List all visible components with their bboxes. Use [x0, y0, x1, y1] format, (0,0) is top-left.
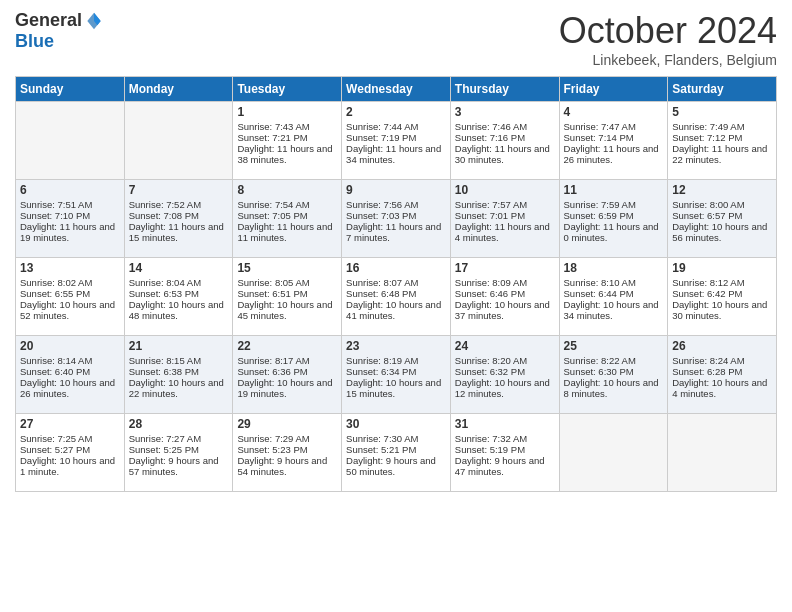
- sunrise: Sunrise: 8:15 AM: [129, 355, 201, 366]
- sunset: Sunset: 7:21 PM: [237, 132, 307, 143]
- page: General Blue October 2024 Linkebeek, Fla…: [0, 0, 792, 502]
- calendar-day-cell: [559, 414, 668, 492]
- day-number: 26: [672, 339, 772, 353]
- daylight: Daylight: 11 hours and 38 minutes.: [237, 143, 332, 165]
- sunset: Sunset: 5:27 PM: [20, 444, 90, 455]
- day-number: 17: [455, 261, 555, 275]
- calendar-day-cell: 4Sunrise: 7:47 AMSunset: 7:14 PMDaylight…: [559, 102, 668, 180]
- calendar-day-cell: 11Sunrise: 7:59 AMSunset: 6:59 PMDayligh…: [559, 180, 668, 258]
- daylight: Daylight: 10 hours and 1 minute.: [20, 455, 115, 477]
- sunrise: Sunrise: 7:59 AM: [564, 199, 636, 210]
- calendar-day-cell: 29Sunrise: 7:29 AMSunset: 5:23 PMDayligh…: [233, 414, 342, 492]
- sunset: Sunset: 7:08 PM: [129, 210, 199, 221]
- sunset: Sunset: 6:28 PM: [672, 366, 742, 377]
- sunset: Sunset: 5:21 PM: [346, 444, 416, 455]
- sunrise: Sunrise: 7:57 AM: [455, 199, 527, 210]
- day-number: 15: [237, 261, 337, 275]
- calendar-day-cell: 23Sunrise: 8:19 AMSunset: 6:34 PMDayligh…: [342, 336, 451, 414]
- calendar-day-cell: 24Sunrise: 8:20 AMSunset: 6:32 PMDayligh…: [450, 336, 559, 414]
- calendar-day-cell: 2Sunrise: 7:44 AMSunset: 7:19 PMDaylight…: [342, 102, 451, 180]
- sunset: Sunset: 6:59 PM: [564, 210, 634, 221]
- day-number: 7: [129, 183, 229, 197]
- sunset: Sunset: 5:25 PM: [129, 444, 199, 455]
- daylight: Daylight: 10 hours and 15 minutes.: [346, 377, 441, 399]
- day-number: 11: [564, 183, 664, 197]
- sunrise: Sunrise: 8:17 AM: [237, 355, 309, 366]
- day-number: 16: [346, 261, 446, 275]
- daylight: Daylight: 11 hours and 11 minutes.: [237, 221, 332, 243]
- day-number: 13: [20, 261, 120, 275]
- sunrise: Sunrise: 8:09 AM: [455, 277, 527, 288]
- calendar-day-cell: 18Sunrise: 8:10 AMSunset: 6:44 PMDayligh…: [559, 258, 668, 336]
- daylight: Daylight: 10 hours and 45 minutes.: [237, 299, 332, 321]
- calendar-day-cell: [668, 414, 777, 492]
- sunset: Sunset: 7:01 PM: [455, 210, 525, 221]
- col-monday: Monday: [124, 77, 233, 102]
- calendar-week-row: 20Sunrise: 8:14 AMSunset: 6:40 PMDayligh…: [16, 336, 777, 414]
- sunrise: Sunrise: 7:44 AM: [346, 121, 418, 132]
- sunrise: Sunrise: 7:46 AM: [455, 121, 527, 132]
- daylight: Daylight: 9 hours and 57 minutes.: [129, 455, 219, 477]
- calendar-day-cell: 14Sunrise: 8:04 AMSunset: 6:53 PMDayligh…: [124, 258, 233, 336]
- sunset: Sunset: 6:51 PM: [237, 288, 307, 299]
- title-section: October 2024 Linkebeek, Flanders, Belgiu…: [559, 10, 777, 68]
- logo-general: General: [15, 10, 82, 31]
- sunrise: Sunrise: 8:22 AM: [564, 355, 636, 366]
- calendar-week-row: 13Sunrise: 8:02 AMSunset: 6:55 PMDayligh…: [16, 258, 777, 336]
- sunset: Sunset: 6:34 PM: [346, 366, 416, 377]
- day-number: 5: [672, 105, 772, 119]
- daylight: Daylight: 10 hours and 30 minutes.: [672, 299, 767, 321]
- day-number: 9: [346, 183, 446, 197]
- daylight: Daylight: 9 hours and 50 minutes.: [346, 455, 436, 477]
- daylight: Daylight: 10 hours and 12 minutes.: [455, 377, 550, 399]
- col-sunday: Sunday: [16, 77, 125, 102]
- daylight: Daylight: 10 hours and 56 minutes.: [672, 221, 767, 243]
- sunset: Sunset: 6:30 PM: [564, 366, 634, 377]
- day-number: 8: [237, 183, 337, 197]
- sunrise: Sunrise: 8:00 AM: [672, 199, 744, 210]
- daylight: Daylight: 9 hours and 54 minutes.: [237, 455, 327, 477]
- sunrise: Sunrise: 7:43 AM: [237, 121, 309, 132]
- calendar-day-cell: 13Sunrise: 8:02 AMSunset: 6:55 PMDayligh…: [16, 258, 125, 336]
- sunrise: Sunrise: 7:25 AM: [20, 433, 92, 444]
- calendar-week-row: 1Sunrise: 7:43 AMSunset: 7:21 PMDaylight…: [16, 102, 777, 180]
- calendar-day-cell: 20Sunrise: 8:14 AMSunset: 6:40 PMDayligh…: [16, 336, 125, 414]
- sunrise: Sunrise: 8:12 AM: [672, 277, 744, 288]
- sunrise: Sunrise: 8:10 AM: [564, 277, 636, 288]
- daylight: Daylight: 10 hours and 34 minutes.: [564, 299, 659, 321]
- daylight: Daylight: 10 hours and 22 minutes.: [129, 377, 224, 399]
- daylight: Daylight: 11 hours and 22 minutes.: [672, 143, 767, 165]
- calendar-day-cell: 30Sunrise: 7:30 AMSunset: 5:21 PMDayligh…: [342, 414, 451, 492]
- day-number: 24: [455, 339, 555, 353]
- sunrise: Sunrise: 7:54 AM: [237, 199, 309, 210]
- daylight: Daylight: 10 hours and 26 minutes.: [20, 377, 115, 399]
- sunset: Sunset: 6:44 PM: [564, 288, 634, 299]
- daylight: Daylight: 11 hours and 7 minutes.: [346, 221, 441, 243]
- sunrise: Sunrise: 8:05 AM: [237, 277, 309, 288]
- calendar-day-cell: 15Sunrise: 8:05 AMSunset: 6:51 PMDayligh…: [233, 258, 342, 336]
- sunset: Sunset: 5:19 PM: [455, 444, 525, 455]
- day-number: 20: [20, 339, 120, 353]
- daylight: Daylight: 11 hours and 26 minutes.: [564, 143, 659, 165]
- day-number: 31: [455, 417, 555, 431]
- sunset: Sunset: 7:14 PM: [564, 132, 634, 143]
- sunrise: Sunrise: 8:14 AM: [20, 355, 92, 366]
- col-thursday: Thursday: [450, 77, 559, 102]
- sunset: Sunset: 7:10 PM: [20, 210, 90, 221]
- sunrise: Sunrise: 8:24 AM: [672, 355, 744, 366]
- sunrise: Sunrise: 7:56 AM: [346, 199, 418, 210]
- daylight: Daylight: 11 hours and 4 minutes.: [455, 221, 550, 243]
- daylight: Daylight: 10 hours and 4 minutes.: [672, 377, 767, 399]
- day-number: 27: [20, 417, 120, 431]
- sunset: Sunset: 6:38 PM: [129, 366, 199, 377]
- day-number: 6: [20, 183, 120, 197]
- day-number: 1: [237, 105, 337, 119]
- sunset: Sunset: 7:12 PM: [672, 132, 742, 143]
- sunrise: Sunrise: 7:47 AM: [564, 121, 636, 132]
- daylight: Daylight: 9 hours and 47 minutes.: [455, 455, 545, 477]
- calendar-day-cell: 31Sunrise: 7:32 AMSunset: 5:19 PMDayligh…: [450, 414, 559, 492]
- sunrise: Sunrise: 8:07 AM: [346, 277, 418, 288]
- sunset: Sunset: 6:32 PM: [455, 366, 525, 377]
- daylight: Daylight: 11 hours and 30 minutes.: [455, 143, 550, 165]
- col-wednesday: Wednesday: [342, 77, 451, 102]
